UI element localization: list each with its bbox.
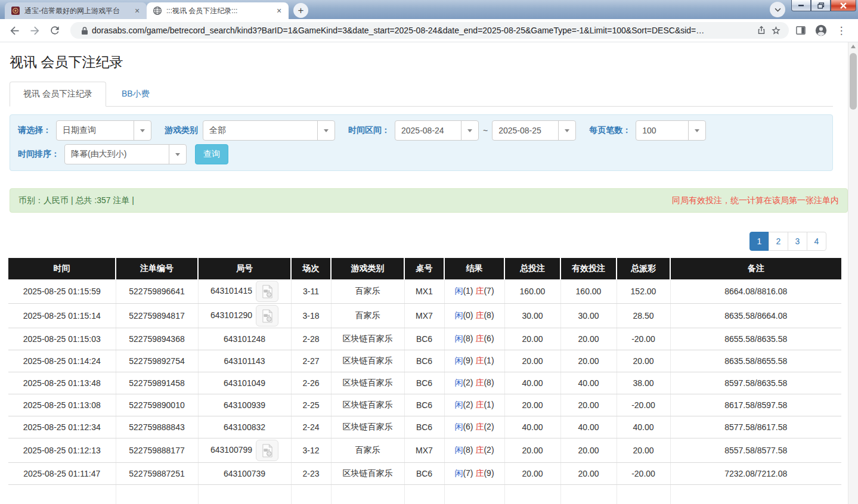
round-number: 643101049	[224, 378, 265, 388]
cell-total-bet-link[interactable]: 20.00	[504, 394, 560, 416]
new-tab-button[interactable]: +	[293, 3, 308, 18]
cell-session: 2-28	[291, 328, 331, 350]
page-button-4[interactable]: 4	[807, 232, 826, 251]
tab-search-chevron-icon[interactable]	[770, 2, 785, 17]
round-number: 643100799	[210, 445, 252, 455]
browser-menu-icon[interactable]: ⋮	[833, 22, 850, 39]
video-replay-button[interactable]	[256, 281, 278, 302]
search-button[interactable]: 查询	[195, 144, 228, 164]
cell-session: 2-23	[291, 463, 331, 485]
chevron-down-icon	[461, 121, 478, 140]
back-icon[interactable]	[6, 22, 23, 39]
cell-total-payout: 20.00	[617, 438, 670, 463]
page-size-select[interactable]: 100	[636, 120, 706, 141]
cell-bet-id: 522759888177	[116, 438, 198, 463]
tab-bb-tips[interactable]: BB小费	[106, 82, 165, 106]
bet-table-body: 2025-08-25 01:15:59 522759896641 6431014…	[8, 279, 841, 504]
cell-total-bet-link[interactable]: 40.00	[504, 416, 560, 438]
url-bar[interactable]: dorasabs.com/game/betrecord_search/kind3…	[70, 22, 789, 39]
banker-result-label: 庄	[475, 378, 484, 387]
round-number: 643101415	[210, 286, 252, 295]
browser-tab-1[interactable]: 通宝-信誉最好的网上游戏平台 ×	[5, 2, 147, 19]
chevron-down-icon	[134, 121, 151, 140]
url-text[interactable]: dorasabs.com/game/betrecord_search/kind3…	[92, 26, 754, 35]
cell-table-number: BC6	[404, 463, 444, 485]
tab2-close-icon[interactable]: ×	[274, 6, 284, 15]
tab-bet-records[interactable]: 视讯 会员下注纪录	[10, 82, 106, 107]
sort-order-select[interactable]: 降幂(由大到小)	[64, 144, 187, 164]
cell-round: 643100939	[198, 394, 291, 416]
lock-icon	[78, 23, 92, 38]
cell-bet-id: 522759896641	[116, 279, 198, 304]
page-button-3[interactable]: 3	[788, 232, 807, 251]
maximize-button[interactable]	[811, 0, 831, 11]
cell-note: 8617.58/8597.58	[670, 394, 841, 416]
cell-game-type: 区块链百家乐	[331, 463, 404, 485]
cell-total-bet-link[interactable]: 20.00	[504, 438, 560, 463]
cell-game-type: 百家乐	[331, 438, 404, 463]
banker-result-value: (6)	[484, 334, 494, 343]
currency-summary-text: 币别：人民币 | 总共 :357 注单 |	[18, 195, 134, 206]
vertical-scrollbar[interactable]	[848, 42, 858, 504]
reload-icon[interactable]	[47, 22, 63, 39]
column-header: 桌号	[404, 258, 444, 279]
cell-time: 2025-08-25 01:12:13	[8, 438, 116, 463]
cell-empty	[444, 485, 504, 504]
banker-result-label: 庄	[475, 310, 484, 320]
cell-total-bet-link[interactable]: 40.00	[504, 372, 560, 394]
cell-total-payout: 28.50	[617, 304, 670, 328]
cell-bet-id: 522759894817	[116, 304, 198, 328]
page-button-2[interactable]: 2	[769, 232, 788, 251]
forward-icon[interactable]	[26, 22, 43, 39]
player-result-value: (2)	[463, 400, 473, 409]
column-header: 备注	[670, 258, 841, 279]
player-result-label: 闲	[454, 356, 463, 365]
minimize-button[interactable]	[791, 0, 811, 11]
cell-total-payout: -20.00	[617, 463, 670, 485]
round-number: 643101143	[224, 356, 265, 366]
video-replay-button[interactable]	[256, 440, 278, 461]
side-panel-icon[interactable]	[792, 22, 809, 39]
cell-time: 2025-08-25 01:15:59	[8, 279, 116, 304]
close-button[interactable]	[831, 0, 856, 11]
video-replay-button[interactable]	[256, 305, 278, 326]
table-row: 2025-08-25 01:11:47 522759887251 6431007…	[8, 463, 841, 485]
cell-time: 2025-08-25 01:15:03	[8, 328, 116, 350]
date-end-select[interactable]: 2025-08-25	[492, 120, 576, 141]
cell-total-bet-link[interactable]: 20.00	[504, 350, 560, 372]
bookmark-star-icon[interactable]	[769, 23, 783, 38]
date-start-select[interactable]: 2025-08-24	[395, 120, 479, 141]
page-button-1[interactable]: 1	[749, 232, 769, 251]
cell-result: 闲(1) 庄(7)	[444, 279, 504, 304]
scroll-up-arrow-icon[interactable]	[851, 45, 856, 48]
tab1-close-icon[interactable]: ×	[132, 6, 142, 15]
cell-round: 643100799	[198, 438, 291, 463]
cell-total-payout: 40.00	[617, 416, 670, 438]
date-range-label: 时间区间：	[348, 125, 390, 136]
cell-total-bet-link[interactable]: 20.00	[504, 463, 560, 485]
cell-valid-bet: 20.00	[560, 328, 617, 350]
column-header: 时间	[8, 258, 116, 279]
game-type-label: 游戏类别	[165, 125, 198, 136]
round-number: 643101248	[224, 334, 265, 344]
cell-bet-id: 522759890010	[116, 394, 198, 416]
banker-result-label: 庄	[475, 400, 484, 409]
cell-total-bet-link[interactable]: 160.00	[504, 279, 560, 304]
cell-valid-bet: 20.00	[560, 350, 617, 372]
table-row: 2025-08-25 01:15:59 522759896641 6431014…	[8, 279, 841, 304]
summary-bar: 币别：人民币 | 总共 :357 注单 | 同局有效投注，统一计算在该局第一张注…	[10, 188, 848, 213]
pagination: 1234	[10, 232, 826, 251]
game-type-select[interactable]: 全部	[203, 120, 335, 141]
query-type-select[interactable]: 日期查询	[56, 120, 151, 141]
scrollbar-thumb[interactable]	[850, 53, 857, 110]
player-result-label: 闲	[454, 378, 463, 387]
cell-note: 8557.58/8577.58	[670, 438, 841, 463]
cell-empty	[617, 485, 670, 504]
profile-avatar-icon[interactable]	[813, 22, 829, 39]
player-result-value: (0)	[463, 310, 473, 320]
cell-total-bet-link[interactable]: 20.00	[504, 328, 560, 350]
browser-tab-2[interactable]: :::视讯 会员下注纪录::: ×	[147, 2, 289, 19]
cell-total-bet-link[interactable]: 30.00	[504, 304, 560, 328]
player-result-label: 闲	[454, 445, 463, 455]
share-icon[interactable]	[754, 23, 769, 38]
